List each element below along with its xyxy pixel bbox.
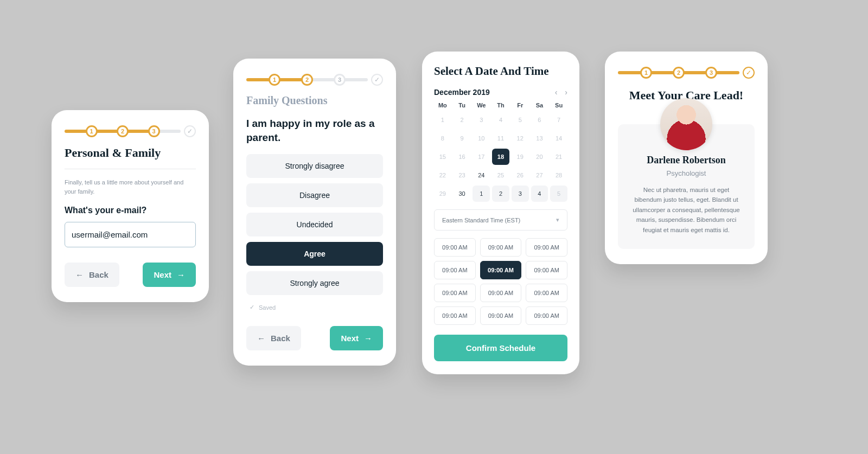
arrow-left-icon: ←	[257, 334, 265, 343]
answer-option[interactable]: Undecided	[246, 213, 383, 236]
calendar-day: 9	[454, 130, 471, 146]
check-icon: ✓	[250, 304, 254, 311]
calendar-day[interactable]: 30	[454, 186, 471, 202]
calendar-month: December 2019	[434, 88, 490, 97]
weekday-label: Mo	[434, 102, 451, 108]
time-slot[interactable]: 09:00 AM	[434, 306, 476, 325]
time-slot[interactable]: 09:00 AM	[480, 306, 522, 325]
step-1: 1	[86, 125, 98, 137]
next-label: Next	[154, 270, 171, 279]
time-slot[interactable]: 09:00 AM	[526, 261, 567, 279]
progress-stepper: 1 2 3 ✓	[246, 74, 383, 86]
page-title: Select A Date And Time	[434, 65, 567, 78]
step-done-icon: ✓	[371, 74, 383, 86]
calendar-day: 13	[531, 130, 548, 146]
calendar-day: 12	[512, 130, 529, 146]
calendar-day[interactable]: 24	[473, 167, 490, 183]
calendar-day[interactable]: 4	[531, 186, 548, 202]
page-subtitle: Finally, tell us a little more about you…	[65, 178, 196, 196]
time-slot[interactable]: 09:00 AM	[526, 306, 567, 325]
time-slot[interactable]: 09:00 AM	[526, 238, 567, 257]
calendar-day: 1	[434, 112, 451, 128]
time-slot-grid: 09:00 AM09:00 AM09:00 AM09:00 AM09:00 AM…	[434, 238, 567, 325]
answer-option[interactable]: Disagree	[246, 183, 383, 207]
weekday-label: Fr	[512, 102, 529, 108]
back-label: Back	[271, 334, 290, 343]
progress-stepper: 1 2 3 ✓	[65, 125, 196, 137]
care-lead-profile: Darlene Robertson Psychologist Nec ut ph…	[618, 124, 755, 249]
calendar-day[interactable]: 5	[550, 186, 567, 202]
care-lead-name: Darlene Robertson	[629, 155, 744, 166]
question-label: What's your e-mail?	[65, 206, 196, 215]
calendar-prev-icon[interactable]: ‹	[555, 88, 558, 97]
back-label: Back	[89, 270, 108, 279]
care-lead-bio: Nec ut pharetra, mauris ut eget bibendum…	[629, 185, 744, 235]
calendar-day: 16	[454, 149, 471, 165]
step-2: 2	[673, 67, 685, 79]
calendar-day[interactable]: 2	[492, 186, 509, 202]
answer-option[interactable]: Agree	[246, 242, 383, 266]
step-2: 2	[117, 125, 129, 137]
chevron-down-icon: ▾	[556, 216, 559, 223]
calendar-day: 7	[550, 112, 567, 128]
section-title: Family Questions	[246, 94, 383, 107]
arrow-left-icon: ←	[75, 270, 84, 279]
weekday-label: We	[473, 102, 490, 108]
calendar-next-icon[interactable]: ›	[565, 88, 567, 97]
progress-stepper: 1 2 3 ✓	[618, 67, 755, 79]
answer-option[interactable]: Strongly agree	[246, 271, 383, 295]
card-schedule: Select A Date And Time December 2019 ‹ ›…	[422, 52, 579, 374]
calendar-day: 6	[531, 112, 548, 128]
calendar-day: 27	[531, 167, 548, 183]
calendar-day: 26	[512, 167, 529, 183]
weekday-label: Th	[492, 102, 509, 108]
arrow-right-icon: →	[364, 334, 372, 343]
time-slot[interactable]: 09:00 AM	[434, 238, 476, 257]
calendar-day[interactable]: 18	[492, 149, 509, 165]
step-3: 3	[705, 67, 717, 79]
step-2: 2	[301, 74, 313, 86]
calendar-day[interactable]: 3	[512, 186, 529, 202]
card-care-lead: 1 2 3 ✓ Meet Your Care Lead! Darlene Rob…	[605, 52, 768, 264]
page-title: Personal & Family	[65, 146, 196, 160]
step-done-icon: ✓	[184, 125, 196, 137]
calendar-day: 22	[434, 167, 451, 183]
calendar-day[interactable]: 1	[473, 186, 490, 202]
time-slot[interactable]: 09:00 AM	[526, 284, 567, 302]
question-statement: I am happy in my role as a parent.	[246, 117, 383, 144]
confirm-schedule-button[interactable]: Confirm Schedule	[434, 335, 567, 361]
back-button[interactable]: ← Back	[246, 326, 301, 350]
arrow-right-icon: →	[177, 270, 185, 279]
care-lead-role: Psychologist	[629, 169, 744, 177]
calendar-day: 28	[550, 167, 567, 183]
calendar-day: 10	[473, 130, 490, 146]
calendar-day: 11	[492, 130, 509, 146]
calendar-day: 15	[434, 149, 451, 165]
calendar-day: 17	[473, 149, 490, 165]
next-label: Next	[341, 334, 359, 343]
calendar-day: 25	[492, 167, 509, 183]
calendar-grid: 1234567891011121314151617181920212223242…	[434, 112, 567, 202]
calendar-day: 5	[512, 112, 529, 128]
card-personal-family: 1 2 3 ✓ Personal & Family Finally, tell …	[52, 110, 209, 302]
calendar-day: 29	[434, 186, 451, 202]
weekday-label: Tu	[454, 102, 471, 108]
calendar-day: 19	[512, 149, 529, 165]
time-slot[interactable]: 09:00 AM	[480, 238, 522, 257]
next-button[interactable]: Next →	[330, 326, 383, 350]
time-slot[interactable]: 09:00 AM	[434, 284, 476, 302]
calendar-day: 14	[550, 130, 567, 146]
back-button[interactable]: ← Back	[65, 263, 119, 287]
answer-option[interactable]: Strongly disagree	[246, 154, 383, 178]
timezone-select[interactable]: Eastern Standard Time (EST) ▾	[434, 209, 567, 231]
calendar-day: 8	[434, 130, 451, 146]
weekday-label: Sa	[531, 102, 548, 108]
calendar-day: 3	[473, 112, 490, 128]
calendar-day: 23	[454, 167, 471, 183]
time-slot[interactable]: 09:00 AM	[480, 261, 522, 279]
next-button[interactable]: Next →	[143, 263, 196, 287]
calendar-day: 21	[550, 149, 567, 165]
email-field[interactable]	[65, 222, 196, 247]
time-slot[interactable]: 09:00 AM	[480, 284, 522, 302]
time-slot[interactable]: 09:00 AM	[434, 261, 476, 279]
